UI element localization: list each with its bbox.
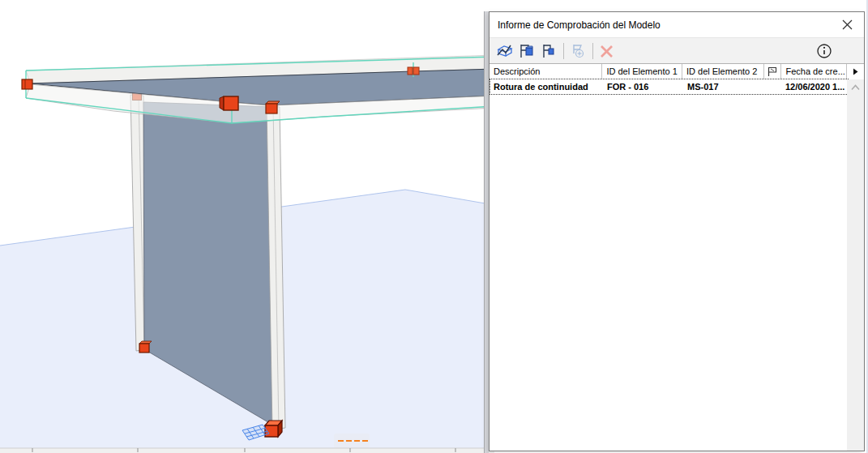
column-header-descripcion[interactable]: Descripción [490,64,602,79]
column-header-flag[interactable] [764,64,782,79]
row-id-elemento-1: FOR - 016 [603,79,683,95]
model-check-report-panel: Informe de Comprobación del Modelo [489,11,865,451]
scroll-up-icon[interactable] [851,84,860,91]
panel-title-bar[interactable]: Informe de Comprobación del Modelo [490,12,864,38]
column-header-fecha[interactable]: Fecha de cre... [781,64,847,79]
table-header: Descripción ID del Elemento 1 ID del Ele… [490,64,864,79]
flag-column-icon [768,66,777,77]
column-header-id-elemento-1[interactable]: ID del Elemento 1 [602,64,682,79]
table-vscrollbar[interactable] [847,79,864,451]
panel-toolbar [490,38,864,64]
app-window: Informe de Comprobación del Modelo [0,0,868,453]
info-icon[interactable] [815,42,833,60]
column-header-id-elemento-2[interactable]: ID del Elemento 2 [682,64,764,79]
clash-marker-left-tip[interactable] [22,79,32,89]
row-id-elemento-2: MS-017 [683,79,765,95]
toolbar-separator [563,43,564,59]
panel-title: Informe de Comprobación del Modelo [498,19,840,31]
clash-marker-main[interactable] [220,96,238,110]
minimized-palette[interactable] [334,434,370,448]
viewport-hscrollbar[interactable] [0,448,494,453]
clash-marker-secondary[interactable] [266,101,280,113]
delete-entry-icon[interactable] [598,42,616,60]
close-icon[interactable] [840,18,854,32]
chevron-right-icon [853,68,858,75]
zoom-to-conflict-3d-icon[interactable] [496,42,514,60]
row-descripcion: Rotura de continuidad [490,79,603,95]
row-flag [765,79,783,95]
flag-both-elements-icon[interactable] [518,42,536,60]
flag-element-icon[interactable] [540,42,558,60]
add-flag-icon[interactable] [569,42,587,60]
more-columns-button[interactable] [847,64,864,79]
table-row[interactable]: Rotura de continuidad FOR - 016 MS-017 1… [490,79,849,95]
row-fecha: 12/06/2020 1... [783,79,849,95]
toolbar-separator [592,43,593,59]
slab-element[interactable] [26,55,494,123]
clash-marker-slab-edge[interactable] [408,67,419,75]
